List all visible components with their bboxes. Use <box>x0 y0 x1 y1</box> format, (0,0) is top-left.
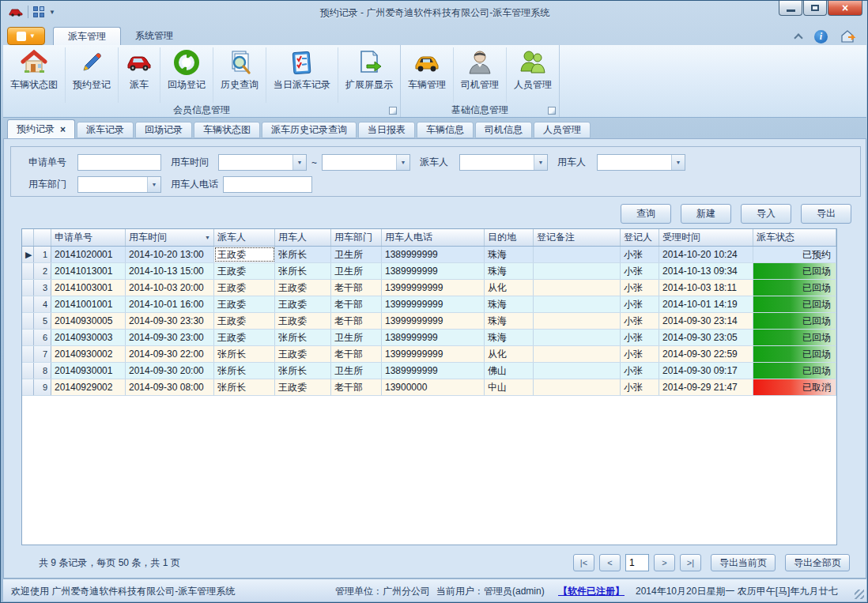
tab-dispatch-history-query[interactable]: 派车历史记录查询 <box>262 122 357 138</box>
cell-time[interactable]: 2014-09-30 23:00 <box>126 330 214 345</box>
cell-phone[interactable]: 13999999999 <box>382 346 485 362</box>
tab-driver-info[interactable]: 司机信息 <box>475 122 532 138</box>
col-header-accept-time[interactable]: 受理时间 <box>659 229 753 246</box>
cell-num[interactable]: 6 <box>34 330 51 345</box>
col-header-rownum[interactable] <box>34 229 51 246</box>
tab-personnel-management[interactable]: 人员管理 <box>534 122 591 138</box>
tab-dispatch-records[interactable]: 派车记录 <box>77 122 134 138</box>
table-row[interactable]: 6201409300032014-09-30 23:00王政委张所长卫生所138… <box>22 330 836 346</box>
cell-user[interactable]: 张所长 <box>275 363 331 379</box>
cell-num[interactable]: 5 <box>34 313 51 329</box>
cell-status[interactable]: 已回场 <box>753 330 836 345</box>
cell-ind[interactable] <box>22 280 34 296</box>
cell-num[interactable]: 4 <box>34 296 51 312</box>
user-select[interactable]: ▼ <box>597 154 685 171</box>
cell-accept[interactable]: 2014-10-03 18:11 <box>659 280 753 296</box>
cell-order[interactable]: 20140930003 <box>51 330 126 345</box>
cell-dest[interactable]: 佛山 <box>485 363 534 379</box>
return-register-button[interactable]: 回场登记 <box>160 47 213 103</box>
cell-disp[interactable]: 王政委 <box>214 313 275 329</box>
col-header-indicator[interactable] <box>22 229 34 246</box>
table-row[interactable]: 2201410130012014-10-13 15:00王政委张所长卫生所138… <box>22 263 836 280</box>
cell-ind[interactable] <box>22 379 34 395</box>
cell-accept[interactable]: 2014-09-30 22:59 <box>659 346 753 362</box>
cell-time[interactable]: 2014-10-20 13:00 <box>126 247 214 262</box>
resize-grip[interactable] <box>855 590 864 599</box>
cell-dest[interactable]: 中山 <box>485 379 534 395</box>
vehicle-management-button[interactable]: 车辆管理 <box>401 47 454 103</box>
tab-daily-report[interactable]: 当日报表 <box>358 122 415 138</box>
first-page-button[interactable]: |< <box>573 554 594 571</box>
cell-num[interactable]: 2 <box>34 263 51 279</box>
cell-dest[interactable]: 从化 <box>485 346 534 362</box>
cell-phone[interactable]: 1389999999 <box>382 247 485 262</box>
last-page-button[interactable]: >| <box>680 554 701 571</box>
cell-order[interactable]: 20141003001 <box>51 280 126 296</box>
cell-user[interactable]: 王政委 <box>275 296 331 312</box>
col-header-registrar[interactable]: 登记人 <box>621 229 659 246</box>
cell-num[interactable]: 7 <box>34 346 51 362</box>
tab-reservation-records[interactable]: 预约记录 × <box>7 119 75 138</box>
cell-phone[interactable]: 1389999999 <box>382 330 485 345</box>
cell-remark[interactable] <box>534 346 621 362</box>
cell-user[interactable]: 王政委 <box>275 379 331 395</box>
cell-reg[interactable]: 小张 <box>621 247 659 262</box>
tab-return-records[interactable]: 回场记录 <box>135 122 192 138</box>
tab-vehicle-status-map[interactable]: 车辆状态图 <box>194 122 260 138</box>
cell-disp[interactable]: 王政委 <box>214 247 275 262</box>
vehicle-status-map-button[interactable]: 车辆状态图 <box>3 47 66 103</box>
col-header-phone[interactable]: 用车人电话 <box>382 229 485 246</box>
homepage-icon[interactable] <box>840 29 856 43</box>
cell-ind[interactable] <box>22 313 34 329</box>
cell-ind[interactable]: ▶ <box>22 247 34 262</box>
cell-accept[interactable]: 2014-10-20 10:24 <box>659 247 753 262</box>
cell-accept[interactable]: 2014-10-13 09:34 <box>659 263 753 279</box>
cell-order[interactable]: 20140930001 <box>51 363 126 379</box>
cell-remark[interactable] <box>534 330 621 345</box>
col-header-dispatcher[interactable]: 派车人 <box>214 229 275 246</box>
cell-order[interactable]: 20141001001 <box>51 296 126 312</box>
cell-dest[interactable]: 珠海 <box>485 296 534 312</box>
cell-accept[interactable]: 2014-09-30 09:17 <box>659 363 753 379</box>
col-header-status[interactable]: 派车状态 <box>753 229 836 246</box>
cell-ind[interactable] <box>22 296 34 312</box>
col-header-use-time[interactable]: 用车时间 ▼ <box>126 229 214 246</box>
cell-reg[interactable]: 小张 <box>621 379 659 395</box>
order-no-input[interactable] <box>77 154 161 171</box>
use-time-to-select[interactable]: ▼ <box>322 154 410 171</box>
cell-num[interactable]: 8 <box>34 363 51 379</box>
cell-dept[interactable]: 卫生所 <box>331 247 382 262</box>
cell-order[interactable]: 20140930002 <box>51 346 126 362</box>
cell-accept[interactable]: 2014-09-30 23:14 <box>659 313 753 329</box>
table-row[interactable]: 5201409300052014-09-30 23:30王政委王政委老干部139… <box>22 313 836 330</box>
cell-disp[interactable]: 张所长 <box>214 363 275 379</box>
minimize-button[interactable] <box>779 1 802 16</box>
cell-phone[interactable]: 13900000 <box>382 379 485 395</box>
table-row[interactable]: ▶1201410200012014-10-20 13:00王政委张所长卫生所13… <box>22 247 836 263</box>
license-link[interactable]: 【软件已注册】 <box>558 585 625 598</box>
cell-phone[interactable]: 13999999999 <box>382 296 485 312</box>
cell-time[interactable]: 2014-10-03 20:00 <box>126 280 214 296</box>
cell-dept[interactable]: 老干部 <box>331 296 382 312</box>
cell-remark[interactable] <box>534 247 621 262</box>
cell-dept[interactable]: 老干部 <box>331 280 382 296</box>
cell-status[interactable]: 已取消 <box>753 379 836 395</box>
cell-phone[interactable]: 13999999999 <box>382 280 485 296</box>
cell-time[interactable]: 2014-10-13 15:00 <box>126 263 214 279</box>
cell-reg[interactable]: 小张 <box>621 296 659 312</box>
page-number-input[interactable] <box>625 554 649 571</box>
col-header-user[interactable]: 用车人 <box>275 229 331 246</box>
col-header-remark[interactable]: 登记备注 <box>534 229 621 246</box>
cell-user[interactable]: 张所长 <box>275 263 331 279</box>
cell-remark[interactable] <box>534 280 621 296</box>
ribbon-tab-system[interactable]: 系统管理 <box>121 27 187 45</box>
cell-reg[interactable]: 小张 <box>621 263 659 279</box>
cell-ind[interactable] <box>22 263 34 279</box>
cell-status[interactable]: 已回场 <box>753 363 836 379</box>
dialog-launcher-icon[interactable] <box>389 107 397 115</box>
cell-phone[interactable]: 1389999999 <box>382 363 485 379</box>
cell-user[interactable]: 张所长 <box>275 330 331 345</box>
cell-status[interactable]: 已预约 <box>753 247 836 262</box>
cell-ind[interactable] <box>22 363 34 379</box>
next-page-button[interactable]: > <box>654 554 675 571</box>
